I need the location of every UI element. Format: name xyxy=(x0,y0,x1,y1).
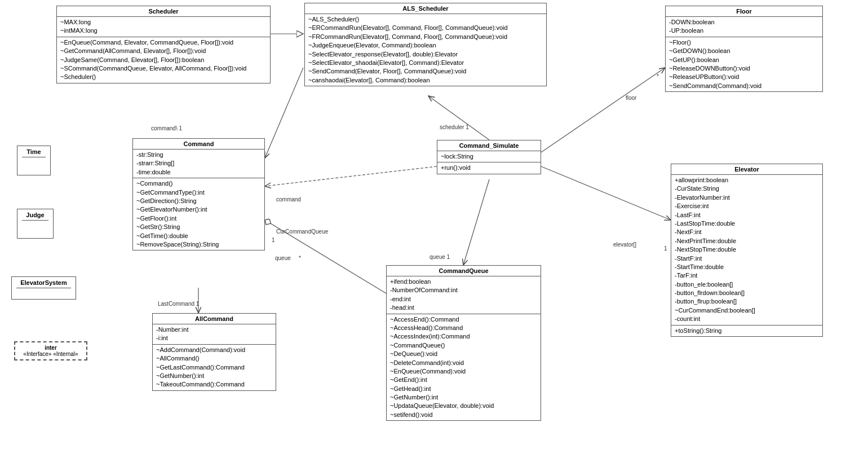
svg-line-2 xyxy=(541,68,665,152)
elevator-1-label: 1 xyxy=(664,245,667,252)
command-label: command xyxy=(276,196,301,203)
all-command-methods: ~AddCommand(Command):void ~AllCommand() … xyxy=(153,345,276,390)
floor-star-label: * xyxy=(657,73,659,80)
command-assoc-label: command\ 1 xyxy=(151,125,182,131)
last-command-label: LastCommand 1 xyxy=(158,301,199,307)
all-command-title: AllCommand xyxy=(153,314,276,324)
judge-title: Judge xyxy=(22,212,48,218)
inter-box: inter «Interface» «Internal» xyxy=(14,341,87,360)
als-scheduler-methods: ~ALS_Scheduler() ~ERCommandRun(Elevator[… xyxy=(305,14,546,86)
als-scheduler-box: ALS_Scheduler ~ALS_Scheduler() ~ERComman… xyxy=(304,3,547,86)
command-title: Command xyxy=(133,139,264,149)
svg-line-4 xyxy=(463,179,489,265)
time-box: Time xyxy=(17,146,51,175)
judge-box: Judge xyxy=(17,209,54,239)
scheduler-label: scheduler 1 xyxy=(440,124,469,130)
scheduler-title: Scheduler xyxy=(57,6,270,17)
elevator-title: Elevator xyxy=(671,164,822,175)
command-simulate-title: Command_Simulate xyxy=(437,140,541,151)
command-queue-attributes: +ifend:boolean -NumberOfCommand:int -end… xyxy=(387,276,541,314)
command-box: Command -str:String -strarr:String[] -ti… xyxy=(132,138,265,250)
all-command-box: AllCommand -Number:int -i:int ~AddComman… xyxy=(152,313,276,391)
queue-label: queue xyxy=(275,255,291,261)
cur-command-queue-label: CurCommandQueue xyxy=(276,228,328,235)
elevator-attributes: +allowprint:boolean -CurState:String -El… xyxy=(671,175,822,326)
elevator-system-title: ElevatorSystem xyxy=(16,279,71,286)
elevator-label: elevator[] xyxy=(613,241,636,248)
queue-bottom-label: queue 1 xyxy=(429,254,450,260)
elevator-box: Elevator +allowprint:boolean -CurState:S… xyxy=(671,164,823,337)
svg-line-7 xyxy=(265,68,303,158)
als-scheduler-title: ALS_Scheduler xyxy=(305,3,546,14)
command-simulate-attributes: ~lock:String xyxy=(437,151,541,162)
inter-title: inter xyxy=(20,345,82,351)
command-queue-title: CommandQueue xyxy=(387,266,541,276)
one-label: 1 xyxy=(272,237,275,243)
floor-attributes: -DOWN:boolean -UP:boolean xyxy=(666,17,822,37)
time-title: Time xyxy=(22,148,46,155)
svg-line-3 xyxy=(541,166,671,220)
floor-box: Floor -DOWN:boolean -UP:boolean ~Floor()… xyxy=(665,6,823,92)
command-queue-methods: ~AccessEnd():Command ~AccessHead():Comma… xyxy=(387,314,541,421)
inter-stereotype1: «Interface» «Internal» xyxy=(20,351,82,357)
elevator-system-box: ElevatorSystem xyxy=(11,276,76,300)
all-command-attributes: -Number:int -i:int xyxy=(153,324,276,345)
command-methods: ~Command() ~GetCommandType():int ~GetDir… xyxy=(133,178,264,250)
floor-title: Floor xyxy=(666,6,822,17)
scheduler-attributes: ~MAX:long ~intMAX:long xyxy=(57,17,270,37)
elevator-methods: +toString():String xyxy=(671,326,822,336)
scheduler-methods: ~EnQueue(Command, Elevator, CommandQueue… xyxy=(57,37,270,83)
scheduler-box: Scheduler ~MAX:long ~intMAX:long ~EnQueu… xyxy=(56,6,271,83)
command-simulate-box: Command_Simulate ~lock:String +run():voi… xyxy=(437,140,541,174)
command-queue-box: CommandQueue +ifend:boolean -NumberOfCom… xyxy=(386,265,541,421)
floor-label: floor xyxy=(626,95,636,101)
diagram-container: Scheduler ~MAX:long ~intMAX:long ~EnQueu… xyxy=(0,0,868,475)
floor-methods: ~Floor() ~GetDOWN():boolean ~GetUP():boo… xyxy=(666,37,822,91)
star-label: * xyxy=(299,255,301,261)
svg-line-1 xyxy=(428,96,489,140)
command-attributes: -str:String -strarr:String[] -time:doubl… xyxy=(133,149,264,178)
command-simulate-methods: +run():void xyxy=(437,162,541,173)
svg-line-8 xyxy=(265,166,437,186)
